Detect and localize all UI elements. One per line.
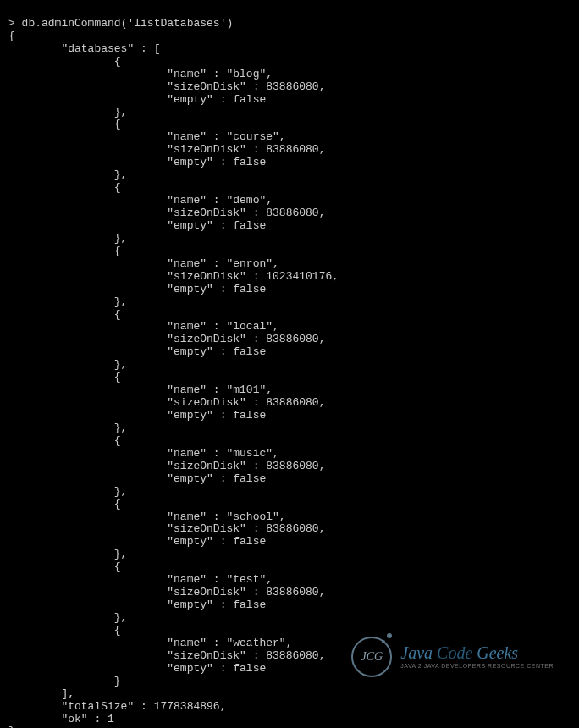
- close-brace: }: [8, 725, 15, 728]
- ok-line: "ok" : 1: [8, 713, 114, 725]
- open-brace: {: [8, 30, 15, 42]
- watermark-main-text: Java Code Geeks: [400, 644, 554, 661]
- terminal-output: > db.adminCommand('listDatabases') { "da…: [8, 5, 571, 728]
- watermark-sub-text: Java 2 Java Developers Resource Center: [400, 663, 554, 670]
- watermark-text: Java Code Geeks Java 2 Java Developers R…: [400, 644, 554, 670]
- watermark-logo-text: JCG: [361, 650, 383, 664]
- watermark-logo-icon: JCG: [351, 637, 392, 677]
- prompt-char: >: [8, 17, 22, 30]
- total-size-line: "totalSize" : 1778384896,: [8, 700, 226, 713]
- database-list: { "name" : "blog", "sizeOnDisk" : 838860…: [8, 56, 571, 688]
- databases-key: "databases" : [: [8, 42, 160, 55]
- watermark: JCG Java Code Geeks Java 2 Java Develope…: [351, 637, 554, 677]
- array-close: ],: [8, 687, 74, 700]
- command-text: db.adminCommand('listDatabases'): [22, 17, 234, 30]
